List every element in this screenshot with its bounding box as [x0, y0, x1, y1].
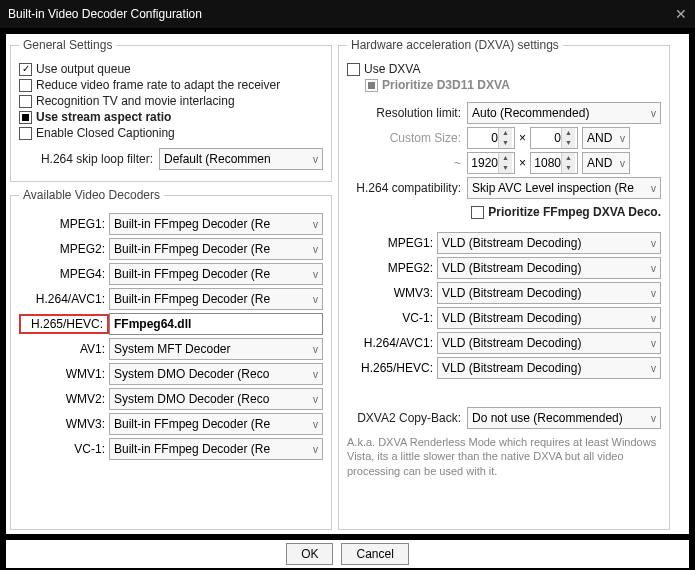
decoder-select[interactable]: System MFT Decoderv	[109, 338, 323, 360]
hw-decoder-select[interactable]: VLD (Bitstream Decoding)v	[437, 357, 661, 379]
hw-decoder-value: VLD (Bitstream Decoding)	[442, 286, 581, 300]
spin-up-icon[interactable]: ▲	[561, 128, 575, 138]
decoder-row: WMV2:System DMO Decoder (Recov	[19, 388, 323, 410]
use-stream-aspect-checkbox[interactable]	[19, 111, 32, 124]
custom-height2-input[interactable]	[531, 156, 561, 170]
decoder-row: WMV3:Built-in FFmpeg Decoder (Rev	[19, 413, 323, 435]
hw-decoder-label: H.264/AVC1:	[347, 336, 437, 350]
decoder-select[interactable]: Built-in FFmpeg Decoder (Rev	[109, 413, 323, 435]
chevron-down-icon: v	[620, 133, 625, 144]
spin-down-icon[interactable]: ▼	[561, 138, 575, 148]
hw-decoder-select[interactable]: VLD (Bitstream Decoding)v	[437, 307, 661, 329]
enable-cc-checkbox[interactable]	[19, 127, 32, 140]
chevron-down-icon: v	[313, 269, 318, 280]
logic2-select[interactable]: AND v	[582, 152, 630, 174]
custom-width2-spinner[interactable]: ▲▼	[467, 152, 515, 174]
spin-up-icon[interactable]: ▲	[498, 128, 512, 138]
hw-decoder-row: VC-1:VLD (Bitstream Decoding)v	[347, 307, 661, 329]
hw-decoder-label: VC-1:	[347, 311, 437, 325]
spin-up-icon[interactable]: ▲	[498, 153, 512, 163]
close-icon[interactable]: ✕	[675, 6, 687, 22]
decoder-select[interactable]: System DMO Decoder (Recov	[109, 363, 323, 385]
chevron-down-icon: v	[651, 363, 656, 374]
hw-decoder-value: VLD (Bitstream Decoding)	[442, 361, 581, 375]
chevron-down-icon: v	[313, 244, 318, 255]
custom-size-label: Custom Size:	[347, 131, 467, 145]
spin-down-icon[interactable]: ▼	[561, 163, 575, 173]
spin-down-icon[interactable]: ▼	[498, 138, 512, 148]
skip-loop-value: Default (Recommen	[164, 152, 271, 166]
skip-loop-select[interactable]: Default (Recommen v	[159, 148, 323, 170]
decoder-select[interactable]: Built-in FFmpeg Decoder (Rev	[109, 238, 323, 260]
h264-compat-value: Skip AVC Level inspection (Re	[472, 181, 634, 195]
prioritize-ffmpeg-checkbox[interactable]	[471, 206, 484, 219]
h264-compat-label: H.264 compatibility:	[347, 181, 467, 195]
hw-decoder-value: VLD (Bitstream Decoding)	[442, 261, 581, 275]
reduce-frame-rate-checkbox[interactable]	[19, 79, 32, 92]
hw-decoder-label: MPEG1:	[347, 236, 437, 250]
decoder-select[interactable]: Built-in FFmpeg Decoder (Rev	[109, 288, 323, 310]
hw-decoder-select[interactable]: VLD (Bitstream Decoding)v	[437, 332, 661, 354]
hw-decoder-label: MPEG2:	[347, 261, 437, 275]
chevron-down-icon: v	[651, 288, 656, 299]
decoder-select[interactable]: Built-in FFmpeg Decoder (Rev	[109, 438, 323, 460]
chevron-down-icon: v	[651, 263, 656, 274]
logic1-value: AND	[587, 131, 612, 145]
h264-compat-select[interactable]: Skip AVC Level inspection (Re v	[467, 177, 661, 199]
use-output-queue-checkbox[interactable]	[19, 63, 32, 76]
custom-width2-input[interactable]	[468, 156, 498, 170]
recognition-tv-checkbox[interactable]	[19, 95, 32, 108]
tilde-label: ~	[347, 156, 467, 170]
prioritize-d3d11-checkbox[interactable]	[365, 79, 378, 92]
custom-width-input[interactable]	[468, 131, 498, 145]
times-icon: ×	[515, 131, 530, 145]
logic1-select[interactable]: AND v	[582, 127, 630, 149]
copyback-label: DXVA2 Copy-Back:	[347, 411, 467, 425]
chevron-down-icon: v	[651, 108, 656, 119]
right-column: Hardware acceleration (DXVA) settings Us…	[338, 38, 670, 530]
spin-up-icon[interactable]: ▲	[561, 153, 575, 163]
hw-decoder-value: VLD (Bitstream Decoding)	[442, 236, 581, 250]
resolution-limit-select[interactable]: Auto (Recommended) v	[467, 102, 661, 124]
decoders-list[interactable]: MPEG1:Built-in FFmpeg Decoder (RevMPEG2:…	[19, 210, 323, 490]
ok-button[interactable]: OK	[286, 543, 333, 565]
decoder-label: WMV1:	[19, 367, 109, 381]
custom-height-spinner[interactable]: ▲▼	[530, 127, 578, 149]
decoder-label: WMV2:	[19, 392, 109, 406]
copyback-helptext: A.k.a. DXVA Renderless Mode which requir…	[347, 435, 661, 478]
window-title: Built-in Video Decoder Configuration	[8, 7, 202, 21]
hw-decoder-label: WMV3:	[347, 286, 437, 300]
hw-decoder-row: H.265/HEVC:VLD (Bitstream Decoding)v	[347, 357, 661, 379]
content: General Settings Use output queue Reduce…	[6, 34, 689, 534]
available-decoders-group: Available Video Decoders MPEG1:Built-in …	[10, 188, 332, 530]
use-dxva-checkbox[interactable]	[347, 63, 360, 76]
decoder-value: Built-in FFmpeg Decoder (Re	[114, 267, 270, 281]
use-dxva-label: Use DXVA	[364, 62, 420, 76]
cancel-button[interactable]: Cancel	[341, 543, 408, 565]
decoder-select[interactable]: Built-in FFmpeg Decoder (Rev	[109, 263, 323, 285]
general-settings-legend: General Settings	[19, 38, 116, 52]
decoder-value: System MFT Decoder	[114, 342, 230, 356]
decoder-select[interactable]: System DMO Decoder (Recov	[109, 388, 323, 410]
decoder-select[interactable]: Built-in FFmpeg Decoder (Rev	[109, 213, 323, 235]
decoder-label: AV1:	[19, 342, 109, 356]
copyback-select[interactable]: Do not use (Recommended) v	[467, 407, 661, 429]
custom-width-spinner[interactable]: ▲▼	[467, 127, 515, 149]
decoder-textbox[interactable]: FFmpeg64.dll	[109, 313, 323, 335]
chevron-down-icon: v	[313, 419, 318, 430]
custom-height2-spinner[interactable]: ▲▼	[530, 152, 578, 174]
copyback-value: Do not use (Recommended)	[472, 411, 623, 425]
hw-decoder-row: WMV3:VLD (Bitstream Decoding)v	[347, 282, 661, 304]
decoder-row: MPEG4:Built-in FFmpeg Decoder (Rev	[19, 263, 323, 285]
spin-down-icon[interactable]: ▼	[498, 163, 512, 173]
available-decoders-legend: Available Video Decoders	[19, 188, 164, 202]
hw-decoders-list[interactable]: MPEG1:VLD (Bitstream Decoding)vMPEG2:VLD…	[347, 229, 661, 399]
hw-decoder-select[interactable]: VLD (Bitstream Decoding)v	[437, 282, 661, 304]
custom-height-input[interactable]	[531, 131, 561, 145]
hw-decoder-select[interactable]: VLD (Bitstream Decoding)v	[437, 257, 661, 279]
chevron-down-icon: v	[651, 338, 656, 349]
hw-decoder-select[interactable]: VLD (Bitstream Decoding)v	[437, 232, 661, 254]
chevron-down-icon: v	[313, 219, 318, 230]
decoder-value: Built-in FFmpeg Decoder (Re	[114, 442, 270, 456]
left-column: General Settings Use output queue Reduce…	[10, 38, 332, 530]
